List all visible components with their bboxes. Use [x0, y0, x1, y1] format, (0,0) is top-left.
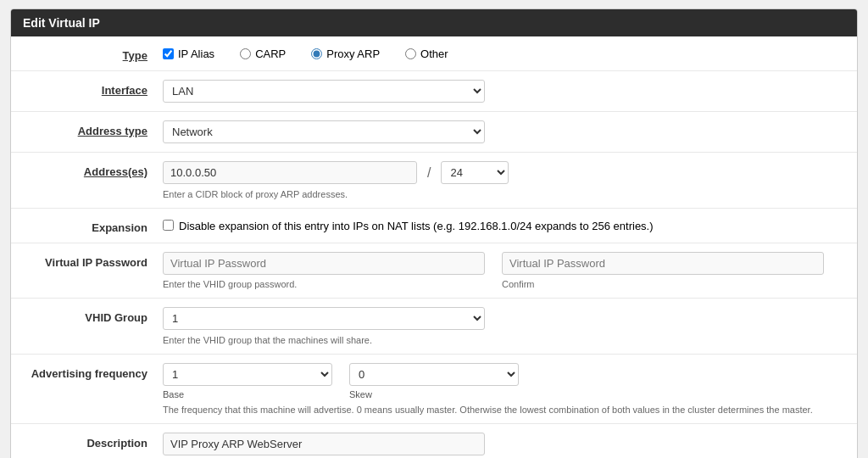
advertising-frequency-row: Advertising frequency 1 Base 0 Skew: [11, 355, 857, 424]
radio-carp-label: CARP: [255, 47, 286, 60]
radio-proxy-arp-input[interactable]: [311, 48, 322, 59]
radio-proxy-arp[interactable]: Proxy ARP: [311, 47, 380, 60]
type-label: Type: [23, 45, 163, 62]
password-hint: Enter the VHID group password.: [163, 279, 485, 289]
vhid-group-hint: Enter the VHID group that the machines w…: [163, 335, 845, 345]
radio-proxy-arp-label: Proxy ARP: [326, 47, 380, 60]
checkbox-ip-alias[interactable]: [163, 48, 174, 59]
vhid-group-content: 1 Enter the VHID group that the machines…: [163, 307, 845, 345]
radio-carp-input[interactable]: [240, 48, 251, 59]
description-label: Description: [23, 433, 163, 450]
radio-carp[interactable]: CARP: [240, 47, 286, 60]
virtual-ip-password-content: Enter the VHID group password. Confirm: [163, 252, 845, 289]
password-input[interactable]: [163, 252, 485, 275]
slash-separator: /: [424, 165, 434, 181]
vhid-group-label: VHID Group: [23, 307, 163, 324]
description-content: A description may be entered here for ad…: [163, 433, 845, 458]
description-row: Description A description may be entered…: [11, 424, 857, 458]
ip-address-input[interactable]: [163, 161, 417, 184]
address-input-row: / 24: [163, 161, 845, 184]
interface-select[interactable]: LAN: [163, 80, 485, 103]
password-col2: Confirm: [502, 252, 824, 289]
radio-ip-alias[interactable]: IP Alias: [163, 47, 214, 60]
radio-ip-alias-label: IP Alias: [178, 47, 214, 60]
type-row: Type IP Alias CARP Proxy ARP: [11, 36, 857, 71]
addresses-label: Address(es): [23, 161, 163, 178]
expansion-content: Disable expansion of this entry into IPs…: [163, 217, 845, 232]
base-select[interactable]: 1: [163, 363, 332, 386]
skew-label: Skew: [349, 389, 519, 399]
confirm-label: Confirm: [502, 279, 824, 289]
interface-content: LAN: [163, 80, 845, 103]
expansion-checkbox-label: Disable expansion of this entry into IPs…: [179, 220, 654, 232]
vhid-group-row: VHID Group 1 Enter the VHID group that t…: [11, 299, 857, 355]
panel-title: Edit Virtual IP: [11, 9, 857, 36]
expansion-label: Expansion: [23, 217, 163, 234]
type-radio-group: IP Alias CARP Proxy ARP Other: [163, 45, 845, 60]
skew-col: 0 Skew: [349, 363, 519, 399]
addresses-row: Address(es) / 24 Enter a CIDR block of p…: [11, 153, 857, 209]
expansion-checkbox-row: Disable expansion of this entry into IPs…: [163, 217, 845, 232]
addresses-hint: Enter a CIDR block of proxy ARP addresse…: [163, 189, 845, 199]
virtual-ip-password-row: Virtual IP Password Enter the VHID group…: [11, 243, 857, 299]
advertising-frequency-content: 1 Base 0 Skew The frequency that this ma…: [163, 363, 845, 415]
form-body: Type IP Alias CARP Proxy ARP: [11, 36, 857, 458]
interface-label: Interface: [23, 80, 163, 97]
address-type-label: Address type: [23, 120, 163, 137]
password-fields-row: Enter the VHID group password. Confirm: [163, 252, 845, 289]
interface-row: Interface LAN: [11, 71, 857, 112]
edit-virtual-ip-panel: Edit Virtual IP Type IP Alias CARP: [10, 8, 858, 458]
radio-other[interactable]: Other: [405, 47, 448, 60]
vhid-group-select[interactable]: 1: [163, 307, 485, 330]
addresses-content: / 24 Enter a CIDR block of proxy ARP add…: [163, 161, 845, 199]
password-confirm-input[interactable]: [502, 252, 824, 275]
frequency-selects-row: 1 Base 0 Skew: [163, 363, 845, 399]
virtual-ip-password-label: Virtual IP Password: [23, 252, 163, 269]
subnet-select[interactable]: 24: [441, 161, 509, 184]
type-content: IP Alias CARP Proxy ARP Other: [163, 45, 845, 60]
address-type-content: Network: [163, 120, 845, 143]
radio-other-label: Other: [420, 47, 448, 60]
radio-other-input[interactable]: [405, 48, 416, 59]
advertising-frequency-hint: The frequency that this machine will adv…: [163, 405, 845, 415]
address-type-row: Address type Network: [11, 112, 857, 153]
password-col1: Enter the VHID group password.: [163, 252, 485, 289]
advertising-frequency-label: Advertising frequency: [23, 363, 163, 380]
skew-select[interactable]: 0: [349, 363, 519, 386]
description-input[interactable]: [163, 433, 485, 455]
base-label: Base: [163, 389, 332, 399]
expansion-row: Expansion Disable expansion of this entr…: [11, 209, 857, 243]
address-type-select[interactable]: Network: [163, 120, 485, 143]
base-col: 1 Base: [163, 363, 332, 399]
expansion-checkbox[interactable]: [163, 220, 174, 231]
